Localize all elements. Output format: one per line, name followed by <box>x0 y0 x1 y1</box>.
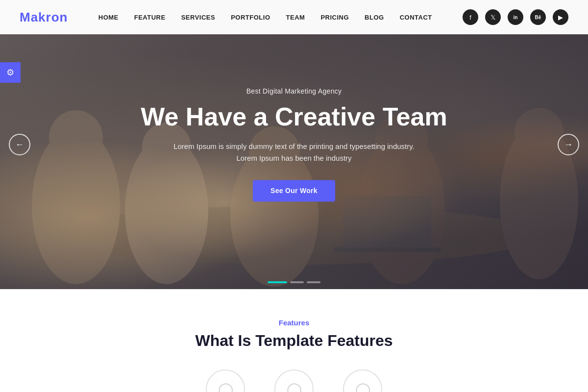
features-circles: ◯ ◯ ◯ <box>20 369 568 392</box>
svg-point-12 <box>514 108 564 157</box>
hero-subtitle: Best Digital Marketing Agency <box>122 87 466 95</box>
gear-icon: ⚙ <box>6 67 14 78</box>
nav-team[interactable]: TEAM <box>286 14 305 21</box>
nav-services[interactable]: SERVICES <box>181 14 216 21</box>
nav-pricing[interactable]: PRICING <box>320 14 349 21</box>
svg-point-2 <box>49 110 103 164</box>
arrow-left-icon: ← <box>15 140 24 150</box>
nav-links: HOME FEATURE SERVICES PORTFOLIO TEAM PRI… <box>98 13 432 22</box>
nav-feature[interactable]: FEATURE <box>134 14 166 21</box>
hero-title: We Have a Creative Team <box>122 103 466 131</box>
features-section: Features What Is Template Features ◯ ◯ ◯ <box>0 289 588 392</box>
slider-next-button[interactable]: → <box>558 134 579 155</box>
brand-logo[interactable]: Makron <box>20 10 68 25</box>
nav-blog[interactable]: BLOG <box>365 14 384 21</box>
features-label: Features <box>20 318 568 327</box>
feature-circle-3: ◯ <box>343 369 382 392</box>
feature-circle-1: ◯ <box>206 369 245 392</box>
twitter-icon[interactable]: 𝕏 <box>485 9 501 25</box>
svg-rect-10 <box>333 247 441 252</box>
arrow-right-icon: → <box>564 140 573 150</box>
indicator-3[interactable] <box>307 281 320 283</box>
hero-section: ⚙ ← Bes <box>0 0 588 289</box>
facebook-icon[interactable]: f <box>463 9 478 25</box>
linkedin-icon[interactable]: in <box>508 9 523 25</box>
social-links: f 𝕏 in Bē ▶ <box>463 9 568 25</box>
nav-home[interactable]: HOME <box>98 14 119 21</box>
navbar: Makron HOME FEATURE SERVICES PORTFOLIO T… <box>0 0 588 34</box>
indicator-1[interactable] <box>268 281 287 283</box>
hero-content: Best Digital Marketing Agency We Have a … <box>122 87 466 201</box>
settings-button[interactable]: ⚙ <box>0 62 21 83</box>
hero-description: Lorem Ipsum is simply dummy text of the … <box>122 141 466 165</box>
feature-circle-2: ◯ <box>274 369 314 392</box>
hero-cta-button[interactable]: See Our Work <box>253 180 335 202</box>
nav-contact[interactable]: CONTACT <box>400 14 432 21</box>
youtube-icon[interactable]: ▶ <box>553 9 568 25</box>
features-title: What Is Template Features <box>20 332 568 350</box>
slider-indicators <box>268 281 320 283</box>
svg-rect-9 <box>343 196 431 250</box>
feature-icon-3: ◯ <box>355 381 370 392</box>
nav-portfolio[interactable]: PORTFOLIO <box>231 14 270 21</box>
slider-prev-button[interactable]: ← <box>9 134 30 155</box>
behance-icon[interactable]: Bē <box>530 9 546 25</box>
indicator-2[interactable] <box>290 281 304 283</box>
feature-icon-1: ◯ <box>218 381 233 392</box>
feature-icon-2: ◯ <box>287 381 302 392</box>
